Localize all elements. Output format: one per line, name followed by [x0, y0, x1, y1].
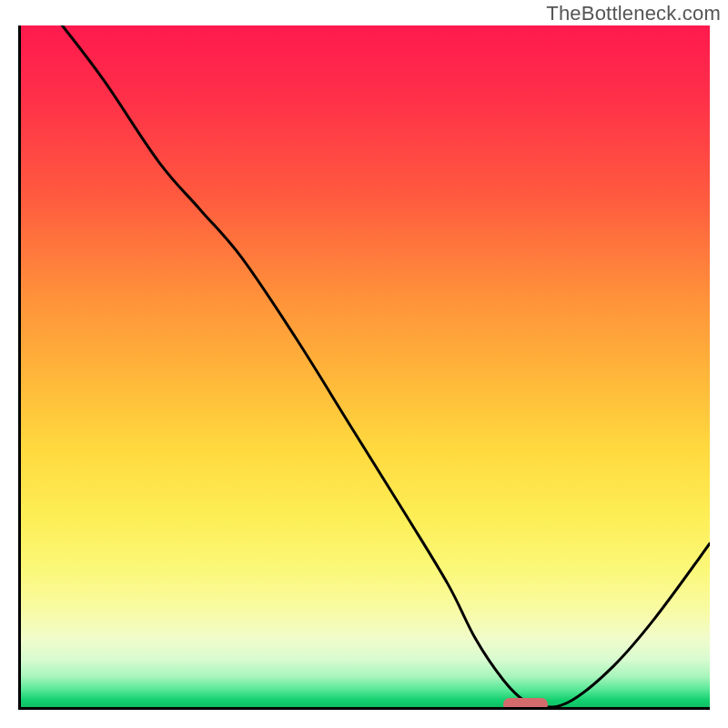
bottleneck-curve: [21, 25, 710, 707]
plot-area: [18, 25, 710, 710]
optimal-range-marker: [503, 698, 548, 710]
watermark-text: TheBottleneck.com: [546, 2, 721, 25]
chart-container: TheBottleneck.com: [0, 0, 728, 728]
